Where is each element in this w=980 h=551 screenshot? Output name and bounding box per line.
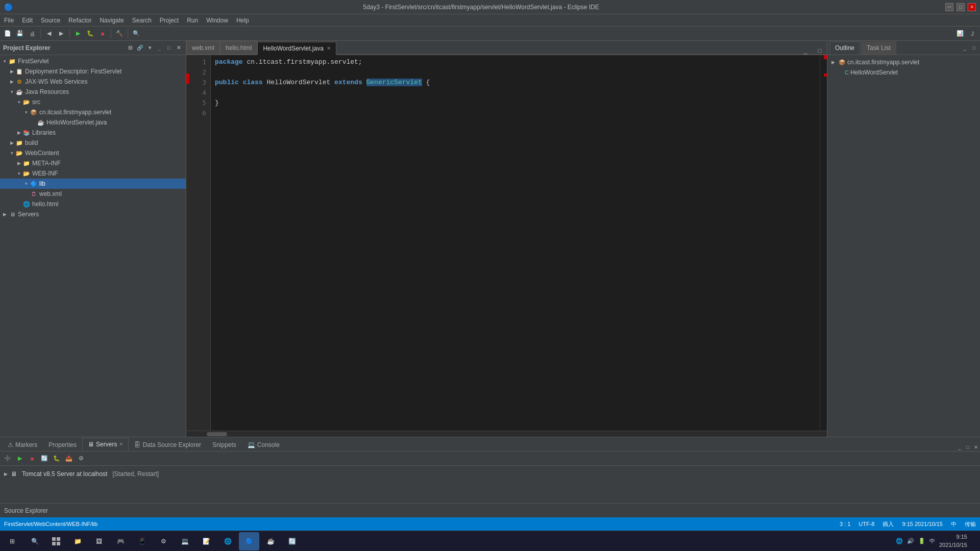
taskbar-refresh-btn[interactable]: 🔄 — [282, 532, 302, 550]
search-toolbar-btn[interactable]: 🔍 — [131, 28, 142, 39]
publish-btn[interactable]: 📤 — [63, 453, 75, 464]
menu-window[interactable]: Window — [202, 16, 232, 25]
tree-package[interactable]: ▾ 📦 cn.itcast.firstmyapp.servlet — [0, 107, 186, 117]
link-editor-btn[interactable]: 🔗 — [136, 44, 144, 52]
new-btn[interactable]: 📄 — [2, 28, 13, 39]
back-btn[interactable]: ◀ — [43, 28, 55, 39]
ide-body: Project Explorer ⊟ 🔗 ▾ _ □ ✕ ▾ 📁 FirstSe… — [0, 41, 980, 437]
maximize-panel-btn[interactable]: □ — [165, 44, 173, 52]
tab-markers-label: Markers — [15, 441, 37, 448]
tab-datasource[interactable]: 🗄 Data Source Explorer — [129, 438, 207, 451]
perspective-btn[interactable]: 📊 — [954, 28, 966, 39]
tree-metainf[interactable]: ▶ 📁 META-INF — [0, 158, 186, 168]
taskbar-computer-btn[interactable]: 💻 — [175, 532, 195, 550]
taskbar-phone-btn[interactable]: 📱 — [132, 532, 152, 550]
taskbar-battery-icon: 🔋 — [918, 538, 925, 544]
hscroll-thumb[interactable] — [207, 432, 227, 436]
start-server-btn[interactable]: ▶ — [14, 453, 26, 464]
minimize-panel-btn[interactable]: _ — [155, 44, 163, 52]
taskbar-word-btn[interactable]: 📝 — [196, 532, 216, 550]
taskbar-settings-btn[interactable]: ⚙ — [153, 532, 174, 550]
stop-server-btn[interactable]: ■ — [27, 453, 38, 464]
menu-help[interactable]: Help — [232, 16, 253, 25]
forward-btn[interactable]: ▶ — [56, 28, 67, 39]
restart-server-btn[interactable]: 🔄 — [39, 453, 50, 464]
tab-properties[interactable]: Properties — [43, 438, 82, 451]
tab-maximize-btn[interactable]: □ — [813, 47, 827, 54]
outline-package-item[interactable]: ▶ 📦 cn.itcast.firstmyapp.servlet — [829, 57, 978, 67]
menu-run[interactable]: Run — [183, 16, 202, 25]
taskbar-chrome-btn[interactable]: 🌐 — [217, 532, 238, 550]
tree-hellowordservlet[interactable]: ▶ ☕ HelloWordServlet.java — [0, 117, 186, 128]
tab-console[interactable]: 💻 Console — [242, 438, 285, 451]
taskbar-image-btn[interactable]: 🖼 — [89, 532, 109, 550]
taskbar-eclipse-btn[interactable]: 🔵 — [239, 532, 259, 550]
debug-btn[interactable]: 🐛 — [85, 28, 96, 39]
tab-close-btn[interactable]: ✕ — [327, 45, 331, 51]
taskbar-gamepad-btn[interactable]: 🎮 — [110, 532, 131, 550]
taskbar-explorer-btn[interactable]: 📁 — [67, 532, 88, 550]
menu-refactor[interactable]: Refactor — [64, 16, 95, 25]
view-menu-btn[interactable]: ▾ — [145, 44, 154, 52]
tree-servers[interactable]: ▶ 🖥 Servers — [0, 209, 186, 219]
tab-datasource-label: Data Source Explorer — [142, 441, 201, 448]
outline-maximize-btn[interactable]: □ — [970, 44, 978, 52]
save-btn[interactable]: 💾 — [14, 28, 26, 39]
outline-class-item[interactable]: C HelloWordServlet — [829, 67, 978, 78]
status-datetime: 9:15 2021/10/15 — [902, 521, 943, 527]
menu-search[interactable]: Search — [128, 16, 156, 25]
perspective-java-btn[interactable]: J — [967, 28, 978, 39]
tree-libraries[interactable]: ▶ 📚 Libraries — [0, 128, 186, 138]
tree-jaxws[interactable]: ▶ ⚙ JAX-WS Web Services — [0, 77, 186, 87]
close-panel-btn[interactable]: ✕ — [175, 44, 183, 52]
tree-webcontent[interactable]: ▾ 📂 WebContent — [0, 148, 186, 158]
tree-src[interactable]: ▾ 📂 src — [0, 97, 186, 107]
tree-webxml[interactable]: ▶ 🗒 web.xml — [0, 189, 186, 199]
tab-minimize-btn[interactable]: _ — [798, 47, 813, 54]
new-server-btn[interactable]: ➕ — [2, 453, 13, 464]
taskbar-taskview-btn[interactable] — [46, 532, 66, 550]
build-btn[interactable]: 🔨 — [114, 28, 125, 39]
tab-webxml[interactable]: web.xml — [186, 41, 220, 54]
taskbar-java-btn[interactable]: ☕ — [260, 532, 281, 550]
tasklist-tab[interactable]: Task List — [861, 41, 896, 55]
maximize-button[interactable]: □ — [957, 3, 965, 11]
print-btn[interactable]: 🖨 — [27, 28, 38, 39]
bottom-maximize-btn[interactable]: □ — [964, 443, 972, 451]
menu-edit[interactable]: Edit — [18, 16, 37, 25]
server-config-btn[interactable]: ⚙ — [76, 453, 87, 464]
tree-java-resources[interactable]: ▾ ☕ Java Resources — [0, 87, 186, 97]
status-lang: 中 — [951, 520, 957, 528]
taskbar-search-btn[interactable]: 🔍 — [24, 532, 45, 550]
server-row-tomcat[interactable]: ▶ 🖥 Tomcat v8.5 Server at localhost [Sta… — [4, 468, 976, 480]
tree-hellohtml[interactable]: ▶ 🌐 hello.html — [0, 199, 186, 209]
outline-tab[interactable]: Outline — [829, 41, 860, 55]
tree-build[interactable]: ▶ 📁 build — [0, 138, 186, 148]
debug-server-btn[interactable]: 🐛 — [51, 453, 62, 464]
run-btn[interactable]: ▶ — [72, 28, 84, 39]
tab-markers[interactable]: ⚠ Markers — [2, 438, 43, 451]
code-editor[interactable]: package cn.itcast.firstmyapp.servlet; pu… — [211, 55, 820, 431]
taskbar-start-btn[interactable]: ⊞ — [2, 532, 22, 550]
tree-dd[interactable]: ▶ 📋 Deployment Descriptor: FirstServlet — [0, 66, 186, 77]
stop-btn[interactable]: ■ — [97, 28, 108, 39]
menu-source[interactable]: Source — [37, 16, 64, 25]
tab-servers-close[interactable]: ✕ — [119, 441, 123, 447]
bottom-close-btn[interactable]: ✕ — [972, 443, 980, 451]
collapse-all-btn[interactable]: ⊟ — [126, 44, 134, 52]
tab-hellohtml[interactable]: hello.html — [220, 41, 257, 54]
tree-lib[interactable]: ▾ 🔷 lib — [0, 179, 186, 189]
close-button[interactable]: ✕ — [968, 3, 976, 11]
tree-firstservlet[interactable]: ▾ 📁 FirstServlet — [0, 56, 186, 66]
menu-file[interactable]: File — [0, 16, 18, 25]
outline-minimize-btn[interactable]: _ — [961, 44, 969, 52]
tab-servers[interactable]: 🖥 Servers ✕ — [82, 438, 129, 451]
menu-project[interactable]: Project — [156, 16, 183, 25]
tree-webinf[interactable]: ▾ 📂 WEB-INF — [0, 168, 186, 179]
bottom-minimize-btn[interactable]: _ — [955, 443, 964, 451]
minimize-button[interactable]: ─ — [945, 3, 953, 11]
editor-hscroll[interactable] — [186, 431, 827, 437]
tab-snippets[interactable]: Snippets — [207, 438, 242, 451]
menu-navigate[interactable]: Navigate — [95, 16, 128, 25]
tab-hellowordservlet[interactable]: HelloWordServlet.java ✕ — [257, 42, 336, 55]
